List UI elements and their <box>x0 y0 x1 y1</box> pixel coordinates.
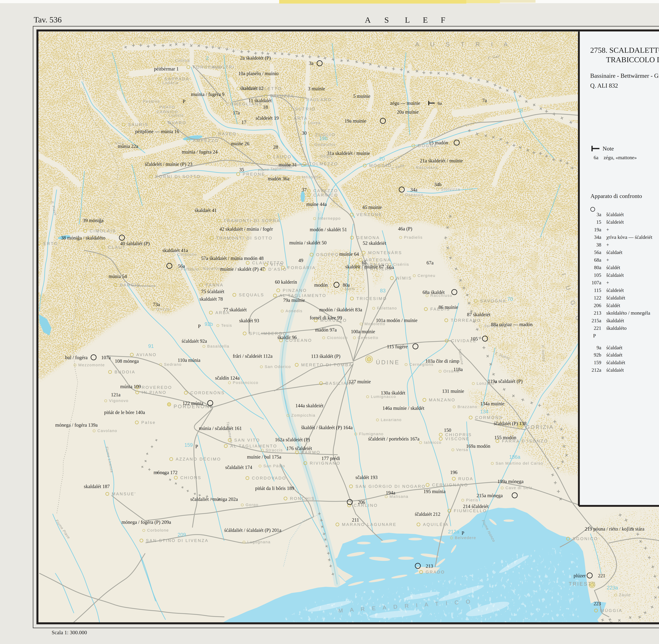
svg-text:108 mónega: 108 mónega <box>115 359 139 364</box>
svg-text:F: F <box>441 16 445 24</box>
svg-text:213: 213 <box>426 564 433 569</box>
svg-text:CARLINO: CARLINO <box>354 503 378 508</box>
svg-text:195 muínia: 195 muínia <box>424 489 446 494</box>
svg-text:162a sčaldeiét (P): 162a sčaldeiét (P) <box>275 437 310 442</box>
svg-text:115: 115 <box>594 288 601 293</box>
svg-text:MÚGGIA: MÚGGIA <box>600 608 622 613</box>
svg-text:skaldaiét 41a: skaldaiét 41a <box>162 248 188 253</box>
svg-text:ROVEREDO: ROVEREDO <box>142 385 172 390</box>
svg-text:18: 18 <box>263 105 268 110</box>
svg-text:OVARO: OVARO <box>168 120 186 125</box>
svg-text:122 múnia: 122 múnia <box>183 400 203 406</box>
svg-text:Brazzano: Brazzano <box>457 405 477 409</box>
svg-text:Cisériis: Cisériis <box>393 262 409 267</box>
svg-text:MONTENÁRS: MONTENÁRS <box>368 250 402 255</box>
svg-text:P: P <box>198 324 201 329</box>
svg-text:BARCIS: BARCIS <box>120 282 140 288</box>
svg-text:119a sčaldaiét (P): 119a sčaldaiét (P) <box>488 378 523 384</box>
svg-text:186a: 186a <box>509 454 520 460</box>
svg-text:Postoncicco: Postoncicco <box>233 381 258 385</box>
svg-text:CERVIGNANO: CERVIGNANO <box>432 483 468 487</box>
svg-text:21a śkaldeiét / muínie: 21a śkaldeiét / muínie <box>420 158 463 163</box>
svg-text:49: 49 <box>298 258 303 263</box>
svg-text:Luincis: Luincis <box>169 113 184 117</box>
svg-text:52 skaldeiét: 52 skaldeiét <box>363 240 386 246</box>
svg-text:Vigonovo: Vigonovo <box>109 398 129 403</box>
svg-text:19a muínie: 19a muínie <box>344 118 366 124</box>
svg-text:FORNI DI SOTTO: FORNI DI SOTTO <box>156 174 201 179</box>
svg-text:Apparato di confronto: Apparato di confronto <box>590 193 642 199</box>
svg-text:56a: 56a <box>178 263 185 269</box>
svg-text:śčaldaiét (P) 138: śčaldaiét (P) 138 <box>494 421 526 426</box>
svg-text:FIUMICELLO: FIUMICELLO <box>454 508 487 513</box>
svg-text:34a: 34a <box>410 187 417 192</box>
svg-text:37: 37 <box>302 187 307 192</box>
svg-text:Lavariano: Lavariano <box>381 418 402 422</box>
svg-text:CHIONS: CHIONS <box>180 475 201 480</box>
svg-text:śćáldaliét / śćaldaiét (P) 20: śćáldaliét / śćaldaiét (P) 201a <box>224 528 281 533</box>
svg-text:Stolvizza: Stolvizza <box>441 187 460 191</box>
svg-text:fråri / sčaldeiét 112a: fråri / sčaldeiét 112a <box>233 353 273 359</box>
svg-text:muínia / skaldét 50: muínia / skaldét 50 <box>289 240 326 246</box>
svg-text:San Páolo: San Páolo <box>263 464 285 468</box>
svg-text:134: 134 <box>480 409 488 414</box>
svg-text:sčaldét 193: sčaldét 193 <box>356 475 378 480</box>
svg-text:skaldét 93: skaldét 93 <box>239 318 259 323</box>
svg-text:113 śkaldét (P): 113 śkaldét (P) <box>311 353 340 359</box>
svg-text:144a skaldeiét: 144a skaldeiét <box>295 403 323 408</box>
svg-text:E: E <box>423 16 428 24</box>
svg-text:Navaróns: Navaróns <box>203 266 223 271</box>
svg-text:śkaldaléto: śkaldaléto <box>606 325 627 331</box>
svg-text:19a: 19a <box>594 227 601 232</box>
svg-text:SAURIS: SAURIS <box>128 122 149 127</box>
svg-text:159: 159 <box>184 442 193 448</box>
svg-text:MERETO DI TOMBA: MERETO DI TOMBA <box>301 363 353 367</box>
svg-text:15 madón: 15 madón <box>429 140 448 145</box>
svg-text:modón / śkaldeiét 83a: modón / śkaldeiét 83a <box>319 307 362 313</box>
svg-text:105: 105 <box>471 336 478 342</box>
svg-text:Belvedere: Belvedere <box>455 535 476 540</box>
svg-text:śćaldaét: śćaldaét <box>606 250 622 255</box>
svg-text:MARANO LAGUNARE: MARANO LAGUNARE <box>342 522 396 527</box>
svg-text:60 kalderín: 60 kalderín <box>275 279 297 285</box>
svg-text:MANZANO: MANZANO <box>429 397 455 402</box>
svg-text:śćaldaliét: śćaldaliét <box>606 360 625 365</box>
svg-text:śčaldelét / muínie (P) 23: śčaldelét / muínie (P) 23 <box>145 161 192 167</box>
svg-text:Straccis: Straccis <box>266 448 283 452</box>
svg-text:2a śkaldoiét (P): 2a śkaldoiét (P) <box>240 55 271 61</box>
svg-text:213: 213 <box>594 310 601 316</box>
svg-text:75 śćaldaiét: 75 śćaldaiét <box>201 289 224 294</box>
svg-text:68a śkaldét: 68a śkaldét <box>423 290 445 295</box>
svg-text:212a: 212a <box>448 529 459 534</box>
svg-text:Intissáns: Intissáns <box>302 175 321 179</box>
svg-text:skaldaiét 78: skaldaiét 78 <box>199 296 223 302</box>
svg-text:BUDOIA: BUDOIA <box>115 370 136 374</box>
svg-text:Zompicchia: Zompicchia <box>291 413 315 417</box>
svg-text:OSOPPO: OSOPPO <box>316 252 339 257</box>
svg-text:mónega / fogéra (P) 209a: mónega / fogéra (P) 209a <box>121 520 171 525</box>
svg-text:PAULARO: PAULARO <box>306 97 332 102</box>
svg-text:+: + <box>606 280 609 285</box>
svg-text:6a: 6a <box>437 101 442 106</box>
svg-text:223a: 223a <box>607 585 618 591</box>
svg-text:211: 211 <box>352 517 359 523</box>
svg-text:122: 122 <box>594 295 601 300</box>
svg-text:zégu — muínie: zégu — muínie <box>390 100 420 106</box>
svg-text:TRAMONTI DI SOPRA: TRAMONTI DI SOPRA <box>224 218 280 223</box>
svg-text:39 móniĝa: 39 móniĝa <box>83 218 104 223</box>
svg-text:28: 28 <box>273 144 278 150</box>
svg-text:67a: 67a <box>427 260 433 266</box>
svg-text:SGONICO: SGONICO <box>572 536 598 541</box>
svg-text:221: 221 <box>594 325 601 331</box>
svg-text:muíńe 26: muíńe 26 <box>231 141 249 146</box>
svg-text:muíne 44a: muíne 44a <box>306 202 327 207</box>
svg-text:7a: 7a <box>482 98 487 103</box>
svg-text:L: L <box>405 16 410 24</box>
svg-text:MÓGGIO: MÓGGIO <box>369 163 392 168</box>
svg-text:206: 206 <box>358 500 365 505</box>
svg-text:20: 20 <box>379 156 385 162</box>
svg-text:214 śčaldeiét: 214 śčaldeiét <box>463 504 489 509</box>
svg-text:Timau: Timau <box>209 65 222 69</box>
svg-text:Corbolone: Corbolone <box>147 528 169 532</box>
svg-text:skoldaléto / monegéla: skoldaléto / monegéla <box>606 310 650 316</box>
